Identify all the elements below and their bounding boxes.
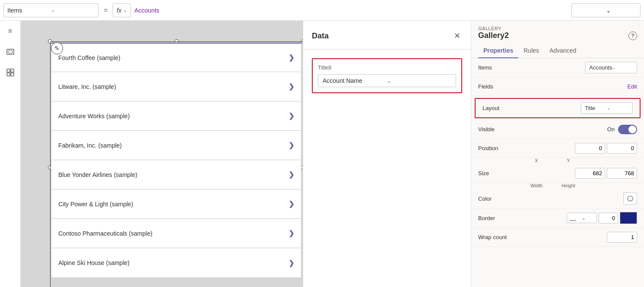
gallery-item[interactable]: Adventure Works (sample) ❯: [51, 101, 301, 131]
position-value: [521, 143, 637, 154]
border-row: Border ⎯⎯ ⌄: [471, 208, 644, 228]
data-panel-title: Data: [312, 32, 452, 41]
gallery-item-text: Alpine Ski House (sample): [58, 259, 289, 266]
size-labels: Width Height: [471, 183, 644, 189]
border-width-input[interactable]: [599, 213, 618, 224]
layout-dropdown[interactable]: Title ⌄: [581, 102, 633, 114]
gallery-name: Gallery2 ?: [471, 31, 644, 44]
size-value: [521, 168, 637, 179]
xy-labels: X Y: [471, 158, 644, 164]
items-value: Accounts ⌄: [521, 62, 637, 73]
properties-tabs: Properties Rules Advanced: [471, 44, 644, 58]
gallery-item[interactable]: Alpine Ski House (sample) ❯: [51, 248, 301, 278]
formula-value: Accounts: [134, 7, 568, 14]
data-panel: Data ✕ Title8 Account Name ⌄: [303, 21, 471, 287]
layout-row: Layout Title ⌄: [475, 98, 641, 118]
gallery-container: Fourth Coffee (sample) ❯ Litware, Inc. (…: [51, 42, 301, 278]
items-dropdown-prop[interactable]: Accounts ⌄: [585, 62, 637, 73]
gallery-item-text: Contoso Pharmaceuticals (sample): [58, 230, 289, 237]
data-panel-header: Data ✕: [303, 21, 471, 50]
svg-rect-4: [7, 73, 10, 76]
gallery-item-chevron: ❯: [289, 170, 294, 179]
size-height-input[interactable]: [607, 168, 637, 179]
color-swatch-button[interactable]: [623, 192, 637, 205]
tab-rules[interactable]: Rules: [518, 44, 544, 58]
gallery-item-chevron: ❯: [289, 112, 294, 120]
fields-label: Fields: [478, 83, 521, 90]
width-label: Width: [521, 183, 552, 188]
x-label: X: [521, 158, 552, 163]
color-value: [521, 192, 637, 205]
canvas-area: ✎ Fourth Coffee (sample): [21, 21, 303, 287]
components-icon[interactable]: [3, 66, 17, 79]
wrap-count-value: [521, 232, 637, 243]
visible-label: Visible: [478, 126, 521, 132]
wrap-count-input[interactable]: [607, 232, 637, 243]
gallery-item[interactable]: Fabrikam, Inc. (sample) ❯: [51, 131, 301, 160]
border-value: ⎯⎯ ⌄: [521, 212, 637, 224]
position-inputs: [575, 143, 637, 154]
gallery-item[interactable]: City Power & Light (sample) ❯: [51, 189, 301, 219]
position-row: Position: [471, 139, 644, 158]
svg-rect-1: [8, 50, 13, 53]
size-row: Size: [471, 164, 644, 183]
gallery-item[interactable]: Contoso Pharmaceuticals (sample) ❯: [51, 219, 301, 248]
data-panel-body: Title8 Account Name ⌄: [303, 50, 471, 102]
gallery-item-text: Fourth Coffee (sample): [58, 54, 289, 61]
border-label: Border: [478, 215, 521, 221]
border-style-line: ⎯⎯: [570, 215, 582, 221]
main-area: ≡ ✎: [0, 21, 644, 287]
properties-panel: GALLERY Gallery2 ? Properties Rules Adva…: [471, 21, 644, 287]
gallery-item[interactable]: Fourth Coffee (sample) ❯: [51, 43, 301, 72]
right-dropdown-chevron: ⌄: [606, 7, 637, 14]
fx-chevron: ⌄: [123, 7, 127, 13]
gallery-item[interactable]: Blue Yonder Airlines (sample) ❯: [51, 160, 301, 189]
svg-rect-0: [7, 49, 14, 54]
svg-rect-5: [11, 73, 14, 76]
data-field-dropdown-chevron: ⌄: [387, 78, 451, 84]
position-y-input[interactable]: [607, 143, 637, 154]
toggle-thumb: [628, 126, 636, 133]
size-width-input[interactable]: [575, 168, 605, 179]
edit-icon[interactable]: ✎: [51, 42, 63, 54]
color-label: Color: [478, 196, 521, 202]
gallery-item-chevron: ❯: [289, 229, 294, 237]
right-formula-dropdown[interactable]: ⌄: [571, 3, 641, 17]
size-inputs: [575, 168, 637, 179]
gallery-item-text: Fabrikam, Inc. (sample): [58, 142, 289, 149]
items-dropdown[interactable]: Items ⌄: [3, 3, 98, 17]
fx-button[interactable]: fx ⌄: [113, 3, 131, 17]
gallery-item-chevron: ❯: [289, 200, 294, 208]
height-label: Height: [553, 183, 584, 188]
visible-toggle[interactable]: [618, 125, 637, 134]
data-field-dropdown[interactable]: Account Name ⌄: [318, 74, 456, 87]
fields-edit-link[interactable]: Edit: [628, 83, 637, 90]
top-bar: Items ⌄ = fx ⌄ Accounts ⌄: [0, 0, 644, 21]
border-color-swatch[interactable]: [620, 212, 637, 224]
fields-value: Edit: [521, 83, 637, 90]
gallery-section-label: GALLERY: [471, 21, 644, 31]
items-row: Items Accounts ⌄: [471, 58, 644, 77]
hamburger-icon[interactable]: ≡: [3, 24, 17, 38]
gallery-item-text: Blue Yonder Airlines (sample): [58, 171, 289, 178]
tab-advanced[interactable]: Advanced: [544, 44, 581, 58]
sidebar-icons: ≡: [0, 21, 21, 287]
data-panel-close-button[interactable]: ✕: [452, 29, 462, 42]
fx-label: fx: [117, 7, 121, 14]
border-controls: ⎯⎯ ⌄: [567, 212, 637, 224]
svg-rect-3: [11, 69, 14, 72]
screens-icon[interactable]: [3, 45, 17, 59]
border-style-chevron: ⌄: [582, 216, 594, 221]
tab-properties[interactable]: Properties: [478, 44, 518, 58]
items-label: Items: [478, 64, 521, 71]
visible-toggle-container: On: [607, 125, 637, 134]
size-label: Size: [478, 170, 521, 177]
position-x-input[interactable]: [575, 143, 605, 154]
position-label: Position: [478, 145, 521, 151]
layout-dropdown-value: Title: [585, 105, 607, 111]
visible-state-label: On: [607, 126, 615, 132]
help-icon[interactable]: ?: [628, 32, 637, 40]
gallery-item[interactable]: Litware, Inc. (sample) ❯: [51, 72, 301, 101]
border-style-dropdown[interactable]: ⎯⎯ ⌄: [567, 213, 597, 223]
layout-label: Layout: [482, 105, 526, 111]
